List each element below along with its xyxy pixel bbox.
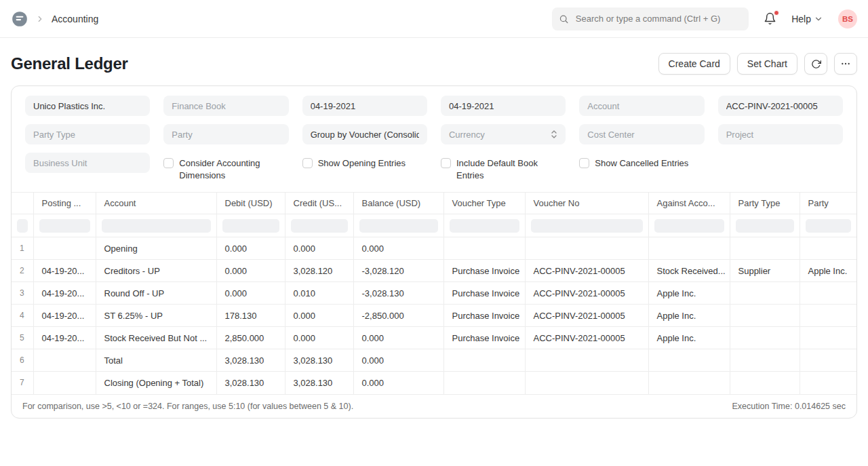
cell-against-account[interactable]: Stock Received... (648, 260, 730, 282)
finance-book-filter[interactable] (163, 96, 288, 116)
cell-debit[interactable]: 3,028.130 (216, 349, 285, 372)
cell-debit[interactable]: 2,850.000 (216, 327, 285, 349)
search-input[interactable] (574, 13, 742, 24)
cell-account[interactable]: Total (96, 349, 216, 372)
cell-party-type[interactable] (730, 282, 800, 305)
cell-voucher-type[interactable] (443, 349, 525, 372)
column-filter-input[interactable] (102, 219, 211, 233)
cell-party-type[interactable] (730, 237, 800, 260)
cell-party[interactable]: Apple Inc. (800, 260, 856, 282)
global-search[interactable] (552, 7, 749, 31)
app-logo[interactable] (11, 10, 28, 28)
cell-account[interactable]: ST 6.25% - UP (96, 305, 216, 327)
create-card-button[interactable]: Create Card (658, 53, 730, 75)
cell-credit[interactable]: 0.000 (285, 305, 353, 327)
set-chart-button[interactable]: Set Chart (737, 53, 797, 75)
cell-account[interactable]: Round Off - UP (96, 282, 216, 305)
cell-posting-date[interactable]: 04-19-20... (33, 305, 96, 327)
cell-party[interactable] (800, 305, 856, 327)
cell-voucher-no[interactable]: ACC-PINV-2021-00005 (525, 260, 648, 282)
cell-credit[interactable]: 0.000 (285, 237, 353, 260)
cell-debit[interactable]: 0.000 (216, 282, 285, 305)
show-cancelled-entries-checkbox[interactable]: Show Cancelled Entries (579, 153, 704, 181)
breadcrumb-accounting[interactable]: Accounting (52, 14, 98, 24)
consider-accounting-dimensions-checkbox[interactable]: Consider Accounting Dimensions (163, 153, 288, 181)
checkbox-icon[interactable] (441, 158, 451, 168)
to-date-filter[interactable] (441, 96, 566, 116)
column-filter-input[interactable] (291, 219, 348, 233)
project-filter[interactable] (718, 124, 843, 144)
cell-voucher-type[interactable]: Purchase Invoice (443, 327, 525, 349)
cell-balance[interactable]: -2,850.000 (353, 305, 443, 327)
cell-party-type[interactable] (730, 305, 800, 327)
column-filter-input[interactable] (39, 219, 90, 233)
help-button[interactable]: Help (791, 14, 823, 24)
cost-center-filter[interactable] (579, 124, 704, 144)
include-default-book-entries-checkbox[interactable]: Include Default Book Entries (441, 153, 566, 181)
cell-account[interactable]: Creditors - UP (96, 260, 216, 282)
col-balance[interactable]: Balance (USD) (353, 193, 443, 214)
cell-credit[interactable]: 3,028.130 (285, 372, 353, 394)
cell-credit[interactable]: 0.010 (285, 282, 353, 305)
cell-balance[interactable]: 0.000 (353, 349, 443, 372)
cell-balance[interactable]: -3,028.130 (353, 282, 443, 305)
cell-posting-date[interactable]: 04-19-20... (33, 282, 96, 305)
col-posting-date[interactable]: Posting ... (33, 193, 96, 214)
cell-against-account[interactable] (648, 349, 730, 372)
show-opening-entries-checkbox[interactable]: Show Opening Entries (302, 153, 427, 181)
cell-party[interactable] (800, 282, 856, 305)
cell-posting-date[interactable]: 04-19-20... (33, 260, 96, 282)
cell-voucher-no[interactable] (525, 349, 648, 372)
cell-voucher-no[interactable] (525, 372, 648, 394)
group-by-select[interactable]: Group by Voucher (Consolidated) (302, 124, 427, 144)
column-filter-input[interactable] (450, 219, 519, 233)
cell-account[interactable]: Closing (Opening + Total) (96, 372, 216, 394)
cell-party[interactable] (800, 327, 856, 349)
cell-balance[interactable]: 0.000 (353, 327, 443, 349)
cell-posting-date[interactable] (33, 237, 96, 260)
notifications-button[interactable] (764, 12, 776, 25)
checkbox-icon[interactable] (579, 158, 589, 168)
refresh-button[interactable] (804, 53, 827, 75)
cell-party-type[interactable]: Supplier (730, 260, 800, 282)
column-filter-input[interactable] (806, 219, 852, 233)
checkbox-icon[interactable] (302, 158, 313, 168)
cell-voucher-no[interactable] (525, 237, 648, 260)
cell-voucher-no[interactable]: ACC-PINV-2021-00005 (525, 282, 648, 305)
cell-against-account[interactable]: Apple Inc. (648, 305, 730, 327)
cell-against-account[interactable]: Apple Inc. (648, 282, 730, 305)
cell-party-type[interactable] (730, 327, 800, 349)
cell-against-account[interactable]: Apple Inc. (648, 327, 730, 349)
cell-balance[interactable]: -3,028.120 (353, 260, 443, 282)
party-type-filter[interactable] (25, 124, 150, 144)
account-filter[interactable] (579, 96, 704, 116)
col-voucher-no[interactable]: Voucher No (525, 193, 648, 214)
cell-against-account[interactable] (648, 372, 730, 394)
col-voucher-type[interactable]: Voucher Type (443, 193, 525, 214)
cell-party-type[interactable] (730, 349, 800, 372)
cell-balance[interactable]: 0.000 (353, 237, 443, 260)
column-filter-input[interactable] (17, 219, 28, 233)
business-unit-filter[interactable] (25, 153, 150, 173)
cell-debit[interactable]: 3,028.130 (216, 372, 285, 394)
col-account[interactable]: Account (96, 193, 216, 214)
column-filter-input[interactable] (531, 219, 643, 233)
cell-party[interactable] (800, 372, 856, 394)
cell-debit[interactable]: 0.000 (216, 260, 285, 282)
cell-voucher-type[interactable]: Purchase Invoice (443, 305, 525, 327)
col-party-type[interactable]: Party Type (730, 193, 800, 214)
cell-voucher-no[interactable]: ACC-PINV-2021-00005 (525, 305, 648, 327)
column-filter-input[interactable] (359, 219, 438, 233)
cell-voucher-type[interactable] (443, 372, 525, 394)
cell-debit[interactable]: 178.130 (216, 305, 285, 327)
cell-voucher-no[interactable]: ACC-PINV-2021-00005 (525, 327, 648, 349)
cell-voucher-type[interactable] (443, 237, 525, 260)
cell-voucher-type[interactable]: Purchase Invoice (443, 260, 525, 282)
currency-select[interactable]: Currency (441, 124, 566, 144)
cell-party-type[interactable] (730, 372, 800, 394)
cell-against-account[interactable] (648, 237, 730, 260)
col-debit[interactable]: Debit (USD) (216, 193, 285, 214)
voucher-no-filter[interactable] (718, 96, 843, 116)
checkbox-icon[interactable] (163, 158, 174, 168)
cell-posting-date[interactable]: 04-19-20... (33, 327, 96, 349)
